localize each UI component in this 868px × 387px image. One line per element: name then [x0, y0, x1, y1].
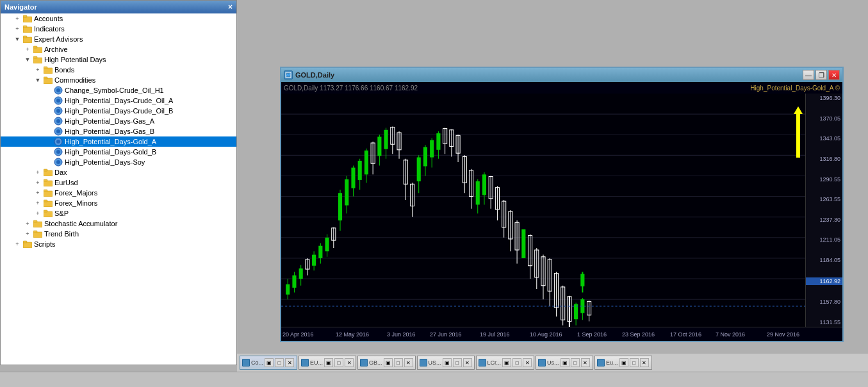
svg-rect-30 [44, 170, 53, 176]
taskbar-item-co[interactable]: Co... ▣ □ ✕ [240, 356, 297, 370]
tree-item-accounts[interactable]: + Accounts [1, 13, 236, 24]
svg-rect-32 [44, 181, 53, 186]
svg-rect-7 [33, 46, 37, 48]
taskbar-item-lcr[interactable]: LCr... ▣ □ ✕ [476, 356, 535, 370]
label-sp: S&P [54, 210, 69, 217]
tree-item-stochastic[interactable]: + Stochastic Accumulator [1, 218, 236, 229]
chart-close-button[interactable]: ✕ [828, 70, 840, 80]
price-axis: 1396.30 1370.05 1343.05 1316.80 1290.55 … [805, 94, 842, 327]
navigator-panel: Navigator × + Accounts + Indicators ▼ Ex… [0, 0, 237, 365]
navigator-close-button[interactable]: × [228, 3, 233, 12]
price-1237: 1237.30 [806, 217, 842, 223]
taskbar-btn-us2-1[interactable]: ▣ [561, 358, 569, 367]
taskbar-item-us2[interactable]: Us... ▣ □ ✕ [536, 356, 593, 370]
time-oct: 17 Oct 2016 [670, 331, 701, 338]
taskbar-btn-us-1[interactable]: ▣ [443, 358, 452, 367]
expand-icon-archive: + [22, 46, 33, 53]
taskbar-btn-gb-1[interactable]: ▣ [384, 358, 393, 367]
taskbar-btn-eu-3[interactable]: ✕ [345, 358, 354, 367]
expand-icon-bonds: + [33, 67, 43, 73]
tree-item-archive[interactable]: + Archive [1, 44, 236, 54]
script-icon-crude-a [53, 96, 63, 105]
taskbar-btn-gb-3[interactable]: ✕ [404, 358, 413, 367]
price-1263: 1263.55 [806, 196, 842, 202]
taskbar-item-eu2[interactable]: Eu... ▣ □ ✕ [594, 356, 652, 370]
tree-item-change-symbol[interactable]: Change_Symbol-Crude_Oil_H1 [1, 85, 236, 95]
svg-rect-12 [44, 78, 53, 84]
time-aug: 10 Aug 2016 [530, 331, 562, 338]
tree-item-hpd-crude-a[interactable]: High_Potential_Days-Crude_Oil_A [1, 95, 236, 106]
svg-rect-63 [299, 268, 303, 279]
svg-rect-71 [325, 238, 329, 251]
taskbar-btn-co-3[interactable]: ✕ [285, 358, 294, 367]
label-commodities: Commodities [54, 76, 95, 84]
label-indicators: Indicators [34, 25, 65, 33]
taskbar-label-gb: GB... [369, 359, 382, 366]
tree-item-trend-birth[interactable]: + Trend Birth [1, 229, 236, 239]
taskbar-item-gb[interactable]: GB... ▣ □ ✕ [357, 356, 416, 370]
taskbar-item-us[interactable]: US... ▣ □ ✕ [417, 356, 475, 370]
taskbar-btn-us2-3[interactable]: ✕ [581, 358, 590, 367]
script-icon-gas-b [53, 127, 63, 136]
tree-item-scripts[interactable]: + Scripts [1, 239, 236, 249]
tree-item-commodities[interactable]: ▼ Commodities [1, 75, 236, 85]
script-icon-crude-b [53, 106, 63, 115]
taskbar-btn-gb-2[interactable]: □ [394, 358, 403, 367]
taskbar-btn-eu2-1[interactable]: ▣ [619, 358, 628, 367]
tree-item-high-potential-days[interactable]: ▼ High Potential Days [1, 54, 236, 65]
label-change-symbol: Change_Symbol-Crude_Oil_H1 [65, 86, 164, 94]
tree-item-hpd-gold-b[interactable]: High_Potential_Days-Gold_B [1, 147, 236, 157]
svg-rect-1 [23, 15, 27, 17]
chart-title-area: GOLD,Daily [284, 70, 334, 79]
chart-body[interactable]: 1396.30 1370.05 1343.05 1316.80 1290.55 … [281, 94, 842, 327]
taskbar-btn-co-1[interactable]: ▣ [265, 358, 274, 367]
svg-rect-61 [292, 276, 296, 288]
taskbar-label-eu2: Eu... [606, 359, 618, 366]
taskbar-icon-lcr [479, 359, 486, 366]
taskbar-btn-us-2[interactable]: □ [453, 358, 462, 367]
tree-item-hpd-crude-b[interactable]: High_Potential_Days-Crude_Oil_B [1, 106, 236, 116]
taskbar-btn-eu-2[interactable]: □ [334, 358, 343, 367]
taskbar-item-eu[interactable]: EU... ▣ □ ✕ [299, 356, 356, 370]
folder-icon-sp [43, 209, 53, 218]
taskbar-btn-eu2-3[interactable]: ✕ [640, 358, 649, 367]
svg-rect-0 [23, 17, 32, 22]
script-icon-change-symbol [53, 86, 63, 95]
svg-rect-83 [364, 151, 368, 174]
label-hpd-crude-a: High_Potential_Days-Crude_Oil_A [65, 97, 173, 104]
expand-icon-stochastic: + [22, 220, 33, 227]
folder-icon-forex-minors [43, 199, 53, 208]
taskbar-btn-us-3[interactable]: ✕ [463, 358, 472, 367]
tree-item-forex-majors[interactable]: + Forex_Majors [1, 188, 236, 198]
tree-item-eurusd[interactable]: + EurUsd [1, 177, 236, 188]
svg-rect-10 [44, 68, 53, 74]
svg-rect-6 [33, 47, 42, 53]
tree-item-hpd-gas-a[interactable]: High_Potential_Days-Gas_A [1, 116, 236, 126]
chart-minimize-button[interactable]: — [803, 70, 814, 80]
taskbar-btn-us2-2[interactable]: □ [571, 358, 580, 367]
tree-item-expert-advisors[interactable]: ▼ Expert Advisors [1, 34, 236, 44]
taskbar-label-us2: Us... [547, 359, 559, 366]
tree-item-hpd-gas-b[interactable]: High_Potential_Days-Gas_B [1, 126, 236, 136]
tree-item-hpd-gold-a[interactable]: High_Potential_Days-Gold_A [1, 136, 236, 147]
label-dax: Dax [54, 169, 67, 176]
chart-restore-button[interactable]: ❐ [815, 70, 827, 80]
bottom-status-bar [0, 372, 868, 387]
svg-rect-34 [44, 191, 53, 197]
taskbar-btn-co-2[interactable]: □ [275, 358, 284, 367]
tree-item-forex-minors[interactable]: + Forex_Minors [1, 198, 236, 208]
expand-icon-dax: + [33, 169, 43, 176]
folder-icon-archive [33, 45, 43, 54]
taskbar: Co... ▣ □ ✕ EU... ▣ □ ✕ GB... ▣ □ ✕ US..… [237, 354, 868, 372]
tree-item-bonds[interactable]: + Bonds [1, 65, 236, 75]
taskbar-btn-eu2-2[interactable]: □ [630, 358, 639, 367]
taskbar-btn-lcr-2[interactable]: □ [512, 358, 521, 367]
taskbar-btn-eu-1[interactable]: ▣ [324, 358, 333, 367]
tree-item-sp[interactable]: + S&P [1, 208, 236, 218]
tree-item-indicators[interactable]: + Indicators [1, 24, 236, 34]
expand-icon-forex-majors: + [33, 190, 43, 196]
tree-item-hpd-soy[interactable]: High_Potential_Days-Soy [1, 157, 236, 167]
taskbar-btn-lcr-3[interactable]: ✕ [523, 358, 532, 367]
taskbar-btn-lcr-1[interactable]: ▣ [502, 358, 511, 367]
tree-item-dax[interactable]: + Dax [1, 167, 236, 177]
